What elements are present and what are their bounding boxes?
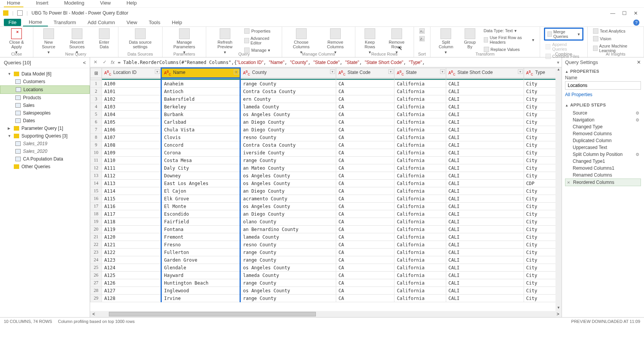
cell[interactable]: California — [394, 264, 446, 272]
cell[interactable]: os Angeles County — [240, 180, 336, 187]
row-number[interactable]: 15 — [90, 187, 102, 195]
data-type-button[interactable]: Data Type: Text ▾ — [482, 28, 536, 34]
cell[interactable]: CALI — [446, 141, 524, 149]
cell[interactable]: CA — [336, 149, 394, 157]
cell[interactable]: CALI — [446, 164, 524, 172]
column-header-name[interactable]: ABC Name▾ — [161, 68, 240, 78]
cell[interactable]: A108 — [102, 141, 161, 149]
column-filter-icon[interactable]: ▾ — [330, 69, 335, 74]
cell[interactable]: California — [394, 218, 446, 226]
cell[interactable]: A115 — [102, 195, 161, 203]
cell[interactable]: CA — [336, 295, 394, 302]
cell[interactable]: CALI — [446, 157, 524, 164]
cell[interactable]: A106 — [102, 126, 161, 134]
row-number[interactable]: 12 — [90, 164, 102, 172]
cell[interactable]: A117 — [102, 210, 161, 218]
cell[interactable]: A105 — [102, 118, 161, 126]
folder-supporting[interactable]: ▼Supporting Queries [3] — [0, 132, 90, 140]
cell[interactable]: CA — [336, 180, 394, 187]
column-header-location-id[interactable]: ABC Location ID▾ — [102, 68, 161, 78]
table-row[interactable]: 26A125Haywardlameda CountyCACaliforniaCA… — [90, 272, 562, 279]
cell[interactable]: A100 — [102, 80, 161, 88]
cell[interactable]: CALI — [446, 111, 524, 118]
cell[interactable]: resno County — [240, 241, 336, 249]
cell[interactable]: California — [394, 149, 446, 157]
table-row[interactable]: 21A120Fremontlameda CountyCACaliforniaCA… — [90, 233, 562, 241]
cell[interactable]: Inglewood — [161, 287, 240, 295]
table-row[interactable]: 1A100Anaheimrange CountyCACaliforniaCALI… — [90, 80, 562, 88]
table-row[interactable]: 28A127Inglewoodos Angeles CountyCACalifo… — [90, 287, 562, 295]
sort-desc-button[interactable]: Z↓ — [418, 35, 426, 42]
row-number[interactable]: 8 — [90, 134, 102, 141]
cell[interactable]: California — [394, 126, 446, 134]
cell[interactable]: California — [394, 272, 446, 279]
cell[interactable]: A122 — [102, 249, 161, 256]
cell[interactable]: Chula Vista — [161, 126, 240, 134]
table-row[interactable]: 11A110Costa Mesarange CountyCACalifornia… — [90, 157, 562, 164]
cell[interactable]: CA — [336, 264, 394, 272]
applied-step-changed-type1[interactable]: Changed Type1 — [565, 158, 641, 165]
column-filter-icon[interactable]: ▾ — [234, 70, 239, 74]
cell[interactable]: A119 — [102, 226, 161, 233]
folder-parameter-query[interactable]: ▶Parameter Query [1] — [0, 124, 90, 132]
table-row[interactable]: 20A119Fontanaan Bernardino CountyCACalif… — [90, 226, 562, 233]
cell[interactable]: CALI — [446, 180, 524, 187]
gear-icon[interactable]: ⚙ — [636, 152, 639, 157]
cell[interactable]: Fairfield — [161, 218, 240, 226]
cell[interactable]: CALI — [446, 249, 524, 256]
cell[interactable]: CA — [336, 210, 394, 218]
cell[interactable]: CALI — [446, 172, 524, 180]
table-row[interactable]: 15A114El Cajonan Diego CountyCACaliforni… — [90, 187, 562, 195]
cell[interactable]: East Los Angeles — [161, 180, 240, 187]
cell[interactable]: CA — [336, 218, 394, 226]
cell[interactable]: A109 — [102, 149, 161, 157]
applied-step-split-column-by-position[interactable]: Split Column by Position⚙ — [565, 151, 641, 158]
cell[interactable]: CA — [336, 226, 394, 233]
tab-view[interactable]: View — [121, 19, 143, 26]
minimize-button[interactable]: — — [610, 10, 615, 16]
cell[interactable]: CA — [336, 172, 394, 180]
cell[interactable]: California — [394, 279, 446, 287]
cell[interactable]: range County — [240, 279, 336, 287]
row-number[interactable]: 21 — [90, 233, 102, 241]
cell[interactable]: A127 — [102, 287, 161, 295]
cell[interactable]: California — [394, 141, 446, 149]
row-number[interactable]: 3 — [90, 95, 102, 103]
table-row[interactable]: 7A106Chula Vistaan Diego CountyCACalifor… — [90, 126, 562, 134]
cell[interactable]: Glendale — [161, 264, 240, 272]
cell[interactable]: an Diego County — [240, 126, 336, 134]
row-number[interactable]: 2 — [90, 88, 102, 95]
cell[interactable]: Antioch — [161, 88, 240, 95]
cell[interactable]: California — [394, 195, 446, 203]
cell[interactable]: an Bernardino County — [240, 226, 336, 233]
cell[interactable]: CA — [336, 157, 394, 164]
row-number[interactable]: 1 — [90, 80, 102, 88]
table-row[interactable]: 5A104Burbankos Angeles CountyCACaliforni… — [90, 111, 562, 118]
cell[interactable]: A107 — [102, 134, 161, 141]
column-filter-icon[interactable]: ▾ — [388, 69, 393, 74]
cell[interactable]: resno County — [240, 134, 336, 141]
cell[interactable]: range County — [240, 157, 336, 164]
cell[interactable]: California — [394, 103, 446, 111]
row-number[interactable]: 11 — [90, 157, 102, 164]
row-number[interactable]: 18 — [90, 210, 102, 218]
cell[interactable]: California — [394, 134, 446, 141]
cell[interactable]: CA — [336, 256, 394, 264]
cell[interactable]: CALI — [446, 287, 524, 295]
formula-text[interactable]: = Table.ReorderColumns(#"Renamed Columns… — [118, 60, 554, 65]
query-sales-2020[interactable]: Sales_2020 — [0, 147, 90, 155]
column-header-state-short-code[interactable]: ABC State Short Code▾ — [446, 68, 524, 78]
cell[interactable]: os Angeles County — [240, 203, 336, 210]
merge-queries-button[interactable]: Merge Queries ▾ — [544, 28, 583, 41]
cell[interactable]: El Cajon — [161, 187, 240, 195]
tab-file[interactable]: File — [4, 19, 21, 26]
table-row[interactable]: 2A101AntiochContra Costa CountyCACalifor… — [90, 88, 562, 95]
table-row[interactable]: 27A126Huntington Beachrange CountyCACali… — [90, 279, 562, 287]
cell[interactable]: California — [394, 210, 446, 218]
cell[interactable]: California — [394, 180, 446, 187]
cell[interactable]: an Diego County — [240, 187, 336, 195]
menu-home[interactable]: Home — [4, 0, 23, 7]
cell[interactable]: CALI — [446, 233, 524, 241]
table-row[interactable]: 3A102Bakersfieldern CountyCACaliforniaCA… — [90, 95, 562, 103]
grid-vertical-scrollbar[interactable]: ▲ ▼ — [555, 67, 562, 311]
